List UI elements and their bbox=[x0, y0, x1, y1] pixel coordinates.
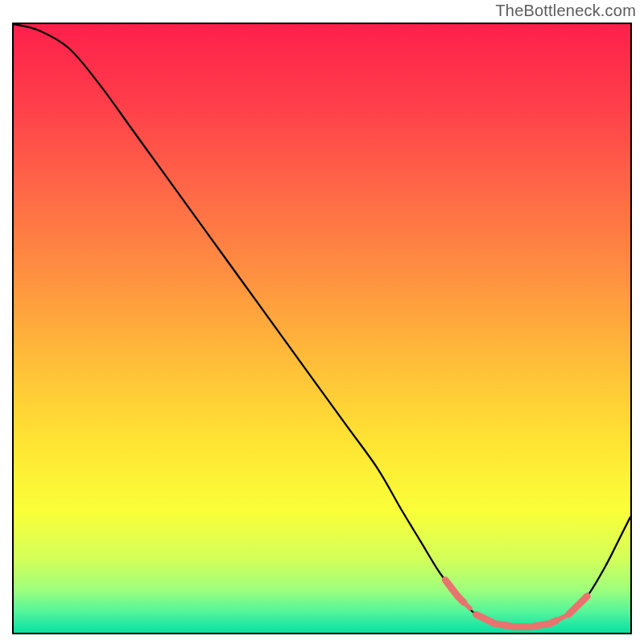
optimal-highlight-group bbox=[445, 580, 587, 626]
optimal-segment bbox=[568, 597, 587, 615]
plot-area bbox=[12, 23, 632, 634]
optimal-segment bbox=[477, 614, 557, 626]
optimal-segment bbox=[556, 616, 565, 621]
chart-stage: TheBottleneck.com bbox=[0, 0, 644, 644]
bottleneck-curve bbox=[14, 24, 630, 627]
attribution-text: TheBottleneck.com bbox=[495, 2, 636, 20]
curve-layer bbox=[14, 24, 630, 633]
optimal-segment bbox=[464, 602, 470, 609]
optimal-segment bbox=[445, 580, 464, 602]
